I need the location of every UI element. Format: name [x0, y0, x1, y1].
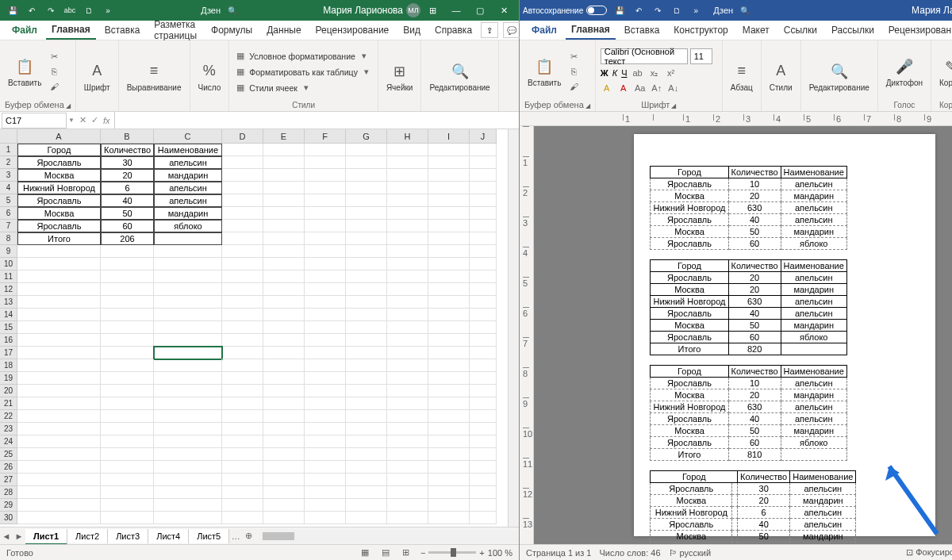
word-table[interactable]: ГородКоличествоНаименованиеЯрославль10ап…: [650, 365, 846, 461]
share-icon[interactable]: ⇪: [481, 22, 498, 38]
menu-view[interactable]: Вид: [397, 21, 426, 39]
cut-icon[interactable]: ✂: [48, 50, 60, 63]
view-normal-icon[interactable]: ▦: [359, 547, 371, 559]
menu-layout[interactable]: Макет: [737, 21, 775, 39]
sheet-tab[interactable]: Лист5: [189, 529, 229, 543]
menu-help[interactable]: Справка: [429, 21, 478, 39]
enter-fx-icon[interactable]: ✓: [91, 115, 98, 125]
menu-data[interactable]: Данные: [261, 21, 306, 39]
maximize-icon[interactable]: ▢: [468, 0, 492, 21]
font-button[interactable]: AШрифт: [81, 59, 113, 94]
shrink-font-icon[interactable]: A↓: [667, 82, 680, 94]
menu-home[interactable]: Главная: [566, 21, 616, 40]
number-button[interactable]: %Число: [195, 59, 225, 94]
word-table[interactable]: ГородКоличествоНаименованиеЯрославль30ап…: [650, 470, 856, 544]
menu-design[interactable]: Конструктор: [668, 21, 733, 39]
undo-icon[interactable]: ↶: [631, 3, 646, 17]
subscript-icon[interactable]: x₂: [648, 67, 661, 79]
sheet-tab[interactable]: Лист1: [25, 529, 67, 545]
italic-icon[interactable]: К: [612, 68, 617, 78]
menu-review[interactable]: Рецензирование: [310, 21, 395, 39]
touch-icon[interactable]: 🗋: [82, 3, 96, 17]
font-name-box[interactable]: Calibri (Основной текст: [601, 48, 688, 64]
bold-icon[interactable]: Ж: [601, 68, 608, 78]
save-icon[interactable]: 💾: [6, 3, 20, 17]
spellcheck-icon[interactable]: abc: [63, 3, 77, 17]
new-sheet-icon[interactable]: ⊕: [242, 531, 255, 541]
fx-icon[interactable]: fx: [103, 116, 110, 125]
menu-file[interactable]: Файл: [6, 21, 43, 39]
spreadsheet-grid[interactable]: ABCDEFGHIJ1ГородКоличествоНаименование2Я…: [0, 129, 508, 527]
sheet-tab[interactable]: Лист4: [148, 529, 189, 543]
copy-icon[interactable]: ⎘: [48, 65, 60, 78]
focus-mode[interactable]: ⊡ Фокусировка: [906, 547, 952, 558]
horizontal-ruler[interactable]: 112345678910111213141516: [520, 112, 952, 126]
copy-icon[interactable]: ⎘: [567, 65, 580, 78]
cell-styles-button[interactable]: ▦Стили ячеек▾: [234, 82, 373, 94]
menu-file[interactable]: Файл: [526, 21, 562, 39]
word-count[interactable]: Число слов: 46: [599, 548, 660, 558]
editing-button[interactable]: 🔍Редактирование: [426, 59, 493, 94]
zen-label[interactable]: Дзен: [201, 3, 221, 17]
word-table[interactable]: ГородКоличествоНаименованиеЯрославль10ап…: [650, 166, 846, 250]
menu-review[interactable]: Рецензирование: [883, 21, 952, 39]
align-button[interactable]: ≡Выравнивание: [124, 59, 185, 94]
horizontal-scrollbar[interactable]: [261, 531, 519, 542]
zen-label[interactable]: Дзен: [713, 3, 733, 17]
editor-button[interactable]: ✎Корре: [936, 55, 952, 89]
menu-insert[interactable]: Вставка: [619, 21, 666, 39]
format-table-button[interactable]: ▦Форматировать как таблицу▾: [234, 66, 373, 79]
paste-button[interactable]: 📋Вставить: [524, 55, 564, 89]
page-indicator[interactable]: Страница 1 из 1: [526, 548, 591, 558]
cond-format-button[interactable]: ▦Условное форматирование▾: [234, 50, 373, 63]
menu-refs[interactable]: Ссылки: [778, 21, 823, 39]
sheet-more-icon[interactable]: …: [229, 531, 242, 541]
redo-icon[interactable]: ↷: [651, 3, 665, 17]
paste-button[interactable]: 📋Вставить: [5, 55, 44, 89]
autosave-toggle[interactable]: [586, 6, 607, 15]
font-size-box[interactable]: 11: [690, 48, 712, 64]
font-color-icon[interactable]: A: [617, 82, 630, 94]
format-painter-icon[interactable]: 🖌: [48, 80, 60, 93]
menu-formulas[interactable]: Формулы: [205, 21, 258, 39]
comments-icon[interactable]: 💬: [503, 22, 520, 38]
vertical-scrollbar[interactable]: [508, 129, 519, 527]
format-painter-icon[interactable]: 🖌: [567, 80, 580, 93]
editing-button[interactable]: 🔍Редактирование: [806, 59, 873, 94]
superscript-icon[interactable]: x²: [665, 67, 678, 79]
menu-mail[interactable]: Рассылки: [826, 21, 880, 39]
case-icon[interactable]: Aa: [634, 82, 647, 94]
zoom-in-icon[interactable]: +: [479, 548, 484, 558]
view-break-icon[interactable]: ⊞: [400, 547, 413, 559]
sheet-nav-prev[interactable]: ◄: [0, 531, 13, 541]
sheet-tab[interactable]: Лист3: [108, 529, 148, 543]
ribbon-options-icon[interactable]: ⊞: [420, 0, 444, 21]
cut-icon[interactable]: ✂: [567, 50, 580, 63]
menu-insert[interactable]: Вставка: [99, 21, 146, 39]
underline-icon[interactable]: Ч: [621, 68, 627, 78]
zoom-slider[interactable]: [428, 551, 476, 554]
sheet-tab[interactable]: Лист2: [67, 529, 108, 543]
para-button[interactable]: ≡Абзац: [727, 59, 756, 94]
undo-icon[interactable]: ↶: [25, 3, 39, 17]
close-icon[interactable]: ✕: [492, 0, 516, 21]
search-icon[interactable]: 🔍: [738, 3, 752, 17]
cancel-fx-icon[interactable]: ✕: [79, 115, 86, 125]
save-icon[interactable]: 💾: [612, 3, 627, 17]
qat-more-icon[interactable]: »: [689, 3, 703, 17]
name-box[interactable]: C17: [2, 113, 67, 128]
touch-icon[interactable]: 🗋: [670, 3, 684, 17]
zoom-value[interactable]: 100 %: [488, 548, 512, 558]
cells-button[interactable]: ⊞Ячейки: [383, 59, 416, 94]
menu-home[interactable]: Главная: [46, 21, 96, 40]
search-icon[interactable]: 🔍: [225, 3, 240, 17]
styles-button[interactable]: AСтили: [766, 59, 796, 94]
minimize-icon[interactable]: —: [444, 0, 468, 21]
qat-more-icon[interactable]: »: [101, 3, 115, 17]
vertical-ruler[interactable]: 1234567891011121314151617181920212223242…: [520, 126, 534, 544]
view-layout-icon[interactable]: ▤: [379, 547, 392, 559]
strike-icon[interactable]: ab: [631, 67, 644, 79]
dictate-button[interactable]: 🎤Диктофон: [883, 55, 926, 89]
sheet-nav-next[interactable]: ►: [13, 531, 25, 541]
redo-icon[interactable]: ↷: [44, 3, 58, 17]
